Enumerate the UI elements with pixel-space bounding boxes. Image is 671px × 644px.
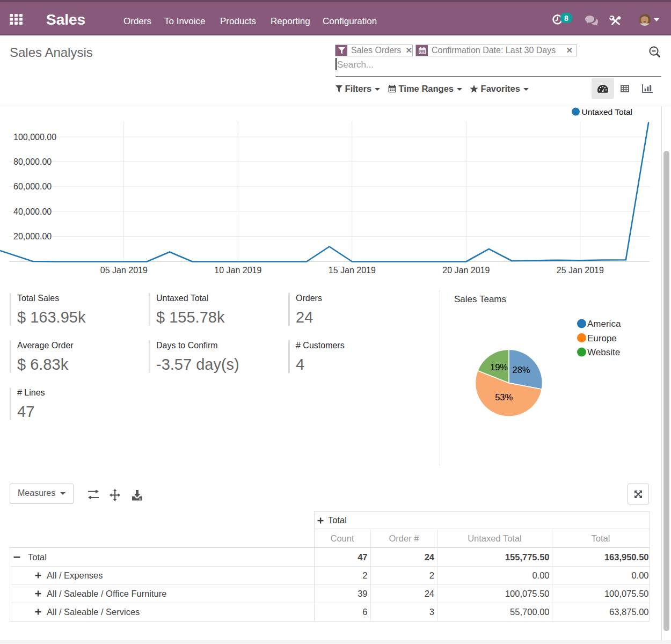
svg-text:25 Jan 2019: 25 Jan 2019	[557, 266, 604, 275]
svg-text:America: America	[587, 319, 621, 329]
svg-text:Untaxed Total: Untaxed Total	[582, 107, 633, 116]
svg-text:100,000.00: 100,000.00	[13, 133, 56, 142]
svg-text:28%: 28%	[512, 365, 530, 375]
svg-text:40,000.00: 40,000.00	[13, 207, 52, 216]
svg-text:Website: Website	[587, 347, 620, 357]
svg-text:10 Jan 2019: 10 Jan 2019	[214, 266, 261, 275]
svg-text:Europe: Europe	[587, 333, 617, 343]
svg-text:15 Jan 2019: 15 Jan 2019	[329, 266, 376, 275]
svg-text:19%: 19%	[490, 362, 508, 372]
svg-text:60,000.00: 60,000.00	[13, 182, 52, 191]
svg-text:20,000.00: 20,000.00	[13, 232, 52, 241]
svg-text:05 Jan 2019: 05 Jan 2019	[100, 266, 148, 275]
svg-text:20 Jan 2019: 20 Jan 2019	[442, 266, 490, 275]
svg-text:53%: 53%	[495, 392, 513, 402]
svg-text:80,000.00: 80,000.00	[13, 157, 52, 166]
